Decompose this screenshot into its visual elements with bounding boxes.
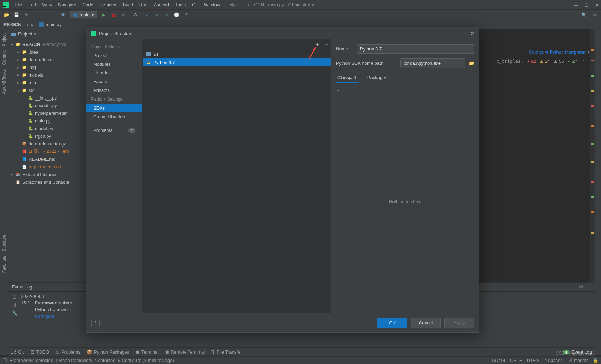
configure-link[interactable]: Configure <box>35 314 54 319</box>
sdk-path-input[interactable] <box>400 58 465 68</box>
menu-build[interactable]: Build <box>120 1 136 9</box>
tab-packages[interactable]: Packages <box>366 73 389 83</box>
remove-sdk-button[interactable]: − <box>324 41 328 48</box>
git-push-icon[interactable]: ↗ <box>164 12 170 18</box>
encoding[interactable]: UTF-8 <box>527 358 540 363</box>
hammer-icon[interactable]: ⚒ <box>60 12 66 18</box>
git-commit-icon[interactable]: ✓ <box>154 12 160 18</box>
chevron-up-icon[interactable]: ⌃ <box>581 58 585 64</box>
nav-item-problems[interactable]: Problems 1 <box>86 126 142 135</box>
nav-item-modules[interactable]: Modules <box>86 60 142 69</box>
tree-row[interactable]: 📄requirements.txt <box>8 163 86 171</box>
add-classpath-button[interactable]: ＋ <box>336 87 341 94</box>
project-tree[interactable]: ▾ 📁 RE-GCN F:\study\nlp_ ▸📁.idea▸📁data-r… <box>8 39 86 187</box>
open-icon[interactable]: 📂 <box>3 12 10 18</box>
tab-file-transfer[interactable]: ⇅File Transfer <box>211 349 242 355</box>
tree-row[interactable]: ▸📁img <box>8 63 86 71</box>
inspections-summary[interactable]: c_triples, ●82 ▲14 ▲55 ✓27 ⌃ ⌄ <box>496 58 592 64</box>
tree-row[interactable]: 🐍rrgcn.py <box>8 132 86 140</box>
ok-button[interactable]: OK <box>377 318 407 328</box>
close-icon[interactable]: ✕ <box>470 30 475 37</box>
tab-git[interactable]: ⎇Git <box>11 349 24 355</box>
breadcrumb-item[interactable]: main.py <box>46 22 62 27</box>
tree-row[interactable]: 📦data-release.tar.gz <box>8 140 86 148</box>
tool-favorites[interactable]: Favorites <box>2 256 7 273</box>
line-separator[interactable]: CRLF <box>510 358 522 363</box>
tool-automl[interactable]: AutoMl Tasks <box>2 69 7 94</box>
menu-git[interactable]: Git <box>189 1 201 9</box>
browse-icon[interactable]: 📁 <box>469 61 474 66</box>
save-icon[interactable]: 💾 <box>13 12 19 18</box>
remove-classpath-button[interactable]: − <box>344 87 347 94</box>
stop-icon[interactable]: ■ <box>120 12 126 18</box>
forward-icon[interactable]: → <box>154 42 159 47</box>
tab-event-log[interactable]: Event Log <box>571 349 592 355</box>
tree-row[interactable]: 🐍decoder.py <box>8 102 86 109</box>
nav-item-global-libraries[interactable]: Global Libraries <box>86 112 142 121</box>
cancel-button[interactable]: Cancel <box>411 318 441 328</box>
sdk-list-item[interactable]: 14 <box>143 50 331 58</box>
nav-item-facets[interactable]: Facets <box>86 77 142 86</box>
checkbox-icon[interactable]: ☑ <box>13 294 17 300</box>
breadcrumb-item[interactable]: RE-GCN <box>3 22 21 27</box>
chevron-down-icon[interactable]: ▾ <box>34 31 37 37</box>
forward-icon[interactable]: → <box>46 12 53 18</box>
tree-row[interactable]: 🐍__init__.py <box>8 94 86 102</box>
indent[interactable]: 4 spaces <box>545 358 563 363</box>
tree-row[interactable]: 🐍model.py <box>8 125 86 132</box>
tool-structure[interactable]: Structure <box>2 235 7 252</box>
menu-edit[interactable]: Edit <box>25 1 39 9</box>
tree-row[interactable]: 🐍main.py <box>8 117 86 125</box>
configure-interpreter-link[interactable]: Configure Python interpreter <box>529 49 586 55</box>
menu-help[interactable]: Help <box>224 1 239 9</box>
tree-row[interactable]: ▸📁data-release <box>8 56 86 63</box>
tree-row[interactable]: ▸📁rgcn <box>8 79 86 86</box>
tool-project[interactable]: Project <box>2 33 7 46</box>
tab-python-packages[interactable]: 📦Python Packages <box>87 349 129 355</box>
sync-icon[interactable]: ⟳ <box>23 12 29 18</box>
tab-terminal[interactable]: ▣Terminal <box>135 349 158 355</box>
tree-row[interactable]: 📕Li 等。 - 2021 - Tem <box>8 148 86 155</box>
back-icon[interactable]: ← <box>146 42 150 47</box>
error-stripe[interactable] <box>590 29 595 282</box>
scratches[interactable]: 📋 Scratches and Console <box>8 178 86 186</box>
tree-row[interactable]: 🐍hyperparameter <box>8 109 86 117</box>
settings-icon[interactable]: ⚙ <box>592 12 598 18</box>
nav-item-sdks[interactable]: SDKs <box>86 104 142 112</box>
close-icon[interactable]: ✕ <box>595 2 599 8</box>
sdk-name-input[interactable] <box>357 44 474 54</box>
help-button[interactable]: ? <box>91 319 100 327</box>
lock-icon[interactable]: 🔒 <box>593 358 598 363</box>
breadcrumb-item[interactable]: src <box>27 22 33 27</box>
git-branch[interactable]: ⎇ master <box>568 358 588 363</box>
tool-commit[interactable]: Commit <box>2 50 7 65</box>
caret-position[interactable]: 197:14 <box>491 358 505 363</box>
hide-icon[interactable]: — <box>587 284 591 290</box>
status-icon[interactable]: ☐ <box>3 358 7 363</box>
menu-run[interactable]: Run <box>136 1 150 9</box>
add-sdk-button[interactable]: ＋ <box>314 41 320 48</box>
tree-row[interactable]: ▸📁models <box>8 71 86 79</box>
menu-view[interactable]: View <box>39 1 55 9</box>
gear-icon[interactable]: ⚙ <box>579 284 583 290</box>
tree-row[interactable]: ▾📁src <box>8 86 86 94</box>
wrench-icon[interactable]: 🔧 <box>12 310 17 316</box>
back-icon[interactable]: ← <box>37 12 43 18</box>
maximize-icon[interactable]: ☐ <box>585 2 589 8</box>
apply-button[interactable]: Apply <box>444 318 474 328</box>
menu-ascend[interactable]: Ascend <box>151 1 172 9</box>
git-history-icon[interactable]: 🕓 <box>173 12 180 18</box>
tree-row[interactable]: ▸📁.idea <box>8 48 86 56</box>
git-rollback-icon[interactable]: ↶ <box>183 12 189 18</box>
nav-item-artifacts[interactable]: Artifacts <box>86 86 142 95</box>
git-update-icon[interactable]: ↙ <box>144 12 150 18</box>
nav-item-libraries[interactable]: Libraries <box>86 69 142 77</box>
tab-classpath[interactable]: Classpath <box>336 73 359 83</box>
external-libraries[interactable]: ▸📚 External Libraries <box>8 171 86 178</box>
debug-icon[interactable]: 🐞 <box>110 12 117 18</box>
tab-problems[interactable]: ⚠Problems <box>55 349 80 355</box>
run-config-selector[interactable]: main ▾ <box>70 11 97 18</box>
menu-navigate[interactable]: Navigate <box>55 1 79 9</box>
tab-todo[interactable]: ☰TODO <box>30 349 49 355</box>
run-icon[interactable]: ▶ <box>101 12 107 18</box>
